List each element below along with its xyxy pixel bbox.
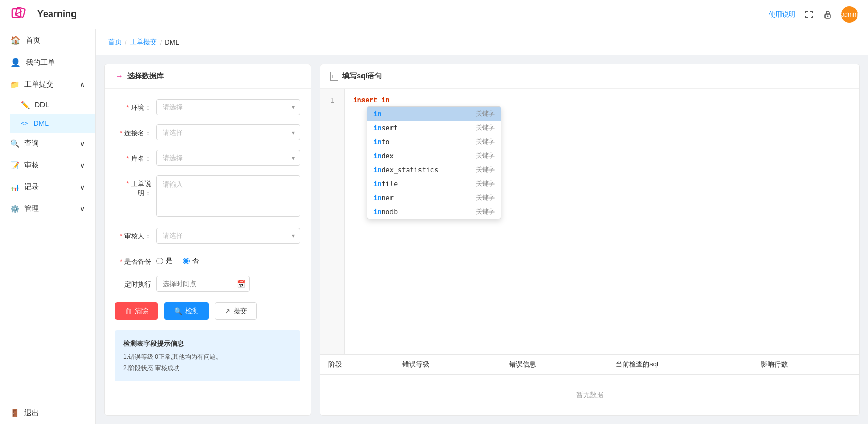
- autocomplete-text-7: innodb: [373, 208, 398, 216]
- breadcrumb: 首页 / 工单提交 / DML: [96, 29, 868, 55]
- database-select[interactable]: 请选择: [156, 150, 300, 166]
- breadcrumb-order-submit[interactable]: 工单提交: [130, 37, 157, 47]
- database-select-wrapper: 请选择: [156, 150, 300, 166]
- schedule-label: 定时执行: [115, 276, 151, 289]
- env-select[interactable]: 请选择: [156, 99, 300, 115]
- chevron-down-icon-query: ∨: [80, 139, 85, 148]
- autocomplete-item-4[interactable]: index_statistics 关键字: [367, 163, 501, 177]
- sidebar-group-management-header[interactable]: ⚙️ 管理 ∨: [0, 198, 95, 220]
- autocomplete-text-0: in: [373, 110, 382, 118]
- app-name: Yearning: [37, 9, 77, 20]
- logout-icon: 🚪: [10, 409, 19, 417]
- sidebar-item-my-orders-label: 我的工单: [26, 58, 55, 67]
- sidebar-group-audit: 📝 审核 ∨: [0, 154, 95, 176]
- sidebar-group-records: 📊 记录 ∨: [0, 176, 95, 198]
- header: Yearning 使用说明 admin: [0, 0, 868, 29]
- sidebar-item-logout[interactable]: 🚪 退出: [0, 402, 95, 424]
- sidebar-group-query: 🔍 查询 ∨: [0, 133, 95, 154]
- detect-button[interactable]: 🔍 检测: [164, 302, 209, 320]
- fullscreen-icon[interactable]: [804, 9, 814, 20]
- left-panel-body: 环境： 请选择 连接名： 请选择: [105, 89, 311, 302]
- schedule-row: 定时执行 📅: [115, 276, 300, 292]
- env-select-wrapper: 请选择: [156, 99, 300, 115]
- breadcrumb-sep-2: /: [160, 38, 162, 46]
- help-link[interactable]: 使用说明: [769, 10, 795, 19]
- sql-editor-area: □ 填写sql语句 1 insert in in 关键字: [320, 64, 859, 354]
- connection-select[interactable]: 请选择: [156, 124, 300, 140]
- autocomplete-type-1: 关键字: [476, 123, 495, 132]
- chevron-down-icon-audit: ∨: [80, 161, 85, 169]
- autocomplete-item-7[interactable]: innodb 关键字: [367, 205, 501, 219]
- breadcrumb-current: DML: [165, 38, 179, 46]
- lock-icon[interactable]: [822, 9, 833, 20]
- management-icon: ⚙️: [10, 205, 19, 213]
- col-current-sql: 当前检查的sql: [607, 355, 752, 375]
- backup-yes-radio[interactable]: [156, 258, 163, 264]
- sidebar-item-dml[interactable]: <> DML: [10, 114, 95, 133]
- chevron-up-icon: ∧: [80, 80, 85, 89]
- env-row: 环境： 请选择: [115, 99, 300, 115]
- editor-header-icon: □: [330, 72, 338, 81]
- connection-select-wrapper: 请选择: [156, 124, 300, 140]
- reviewer-row: 审核人： 请选择: [115, 228, 300, 244]
- col-stage: 阶段: [320, 355, 394, 375]
- backup-no-radio[interactable]: [183, 258, 190, 264]
- autocomplete-item-6[interactable]: inner 关键字: [367, 191, 501, 205]
- arrow-icon: →: [115, 72, 123, 81]
- clear-label: 清除: [135, 306, 148, 316]
- sidebar-group-audit-label: 审核: [24, 161, 39, 170]
- autocomplete-text-2: into: [373, 138, 389, 146]
- sidebar-item-logout-label: 退出: [24, 408, 39, 418]
- chevron-down-icon-management: ∨: [80, 205, 85, 213]
- autocomplete-item-0[interactable]: in 关键字: [367, 107, 501, 121]
- autocomplete-item-1[interactable]: insert 关键字: [367, 121, 501, 135]
- col-error-info: 错误信息: [501, 355, 607, 375]
- left-panel: → 选择数据库 环境： 请选择 连接名: [104, 64, 311, 416]
- sidebar-group-audit-header[interactable]: 📝 审核 ∨: [0, 154, 95, 176]
- submit-button[interactable]: ↗ 提交: [215, 302, 257, 320]
- clear-button[interactable]: 🗑 清除: [115, 302, 158, 320]
- sidebar-group-records-header[interactable]: 📊 记录 ∨: [0, 176, 95, 198]
- autocomplete-item-3[interactable]: index 关键字: [367, 149, 501, 163]
- sidebar-group-query-header[interactable]: 🔍 查询 ∨: [0, 133, 95, 154]
- autocomplete-type-6: 关键字: [476, 193, 495, 202]
- sidebar-group-management: ⚙️ 管理 ∨: [0, 198, 95, 220]
- sidebar-item-my-orders[interactable]: 👤 我的工单: [0, 51, 95, 74]
- user-avatar[interactable]: admin: [841, 6, 858, 23]
- folder-icon: 📁: [10, 80, 19, 89]
- reviewer-select[interactable]: 请选择: [156, 228, 300, 244]
- autocomplete-item-2[interactable]: into 关键字: [367, 135, 501, 149]
- description-textarea[interactable]: [156, 175, 300, 217]
- content-area: → 选择数据库 环境： 请选择 连接名: [96, 55, 868, 424]
- main-layout: 🏠 首页 👤 我的工单 📁 工单提交 ∧ ✏️ DDL: [0, 29, 868, 424]
- editor-body: 1 insert in in 关键字 insert 关键字: [320, 89, 859, 354]
- backup-row: 是否备份 是 否: [115, 253, 300, 266]
- backup-yes-text: 是: [166, 256, 172, 265]
- backup-no-label[interactable]: 否: [183, 256, 199, 265]
- datetime-input[interactable]: [156, 276, 250, 292]
- records-icon: 📊: [10, 183, 19, 191]
- schedule-control: 📅: [156, 276, 300, 292]
- sidebar-item-ddl-label: DDL: [35, 101, 49, 109]
- description-label: 工单说明：: [115, 175, 151, 198]
- backup-yes-label[interactable]: 是: [156, 256, 172, 265]
- info-box: 检测表字段提示信息 1.错误等级 0正常,其他均为有问题。 2.阶段状态 审核成…: [115, 330, 300, 381]
- editor-header-title: 填写sql语句: [342, 72, 382, 81]
- col-affected-rows: 影响行数: [753, 355, 859, 375]
- sidebar-item-ddl[interactable]: ✏️ DDL: [10, 95, 95, 114]
- sidebar-group-order-submit-left: 📁 工单提交: [10, 80, 53, 89]
- search-icon: 🔍: [10, 139, 19, 148]
- left-panel-title: 选择数据库: [127, 72, 164, 81]
- database-label: 库名：: [115, 150, 151, 163]
- breadcrumb-home[interactable]: 首页: [108, 37, 122, 47]
- autocomplete-text-6: inner: [373, 194, 394, 202]
- sidebar-item-home[interactable]: 🏠 首页: [0, 29, 95, 51]
- sidebar-group-order-submit-header[interactable]: 📁 工单提交 ∧: [0, 74, 95, 95]
- submit-icon: ↗: [225, 307, 230, 315]
- left-panel-header: → 选择数据库: [105, 64, 311, 89]
- datetime-wrapper: 📅: [156, 276, 250, 292]
- autocomplete-item-5[interactable]: infile 关键字: [367, 177, 501, 191]
- autocomplete-type-7: 关键字: [476, 207, 495, 216]
- description-control: [156, 175, 300, 218]
- connection-label: 连接名：: [115, 124, 151, 138]
